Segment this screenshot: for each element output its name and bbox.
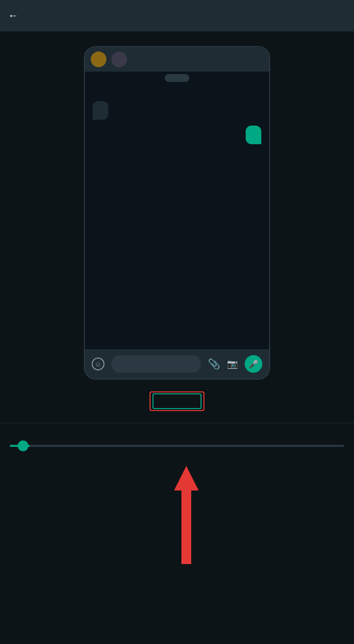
phone-notch <box>165 74 189 82</box>
camera-icon: 📷 <box>227 359 238 369</box>
chat-bubble-sent <box>246 126 261 144</box>
phone-mockup: ☺ 📎 📷 🎤 <box>84 46 270 380</box>
back-button[interactable]: ← <box>8 9 19 22</box>
emoji-icon: ☺ <box>92 358 104 370</box>
phone-bottom-bar: ☺ 📎 📷 🎤 <box>85 349 269 379</box>
phone-input-area <box>111 355 201 373</box>
chat-bubble-received <box>93 101 108 120</box>
avatar-brown <box>91 52 106 67</box>
mic-icon: 🎤 <box>249 360 258 369</box>
red-arrow <box>167 466 206 564</box>
app-bar: ← <box>0 0 354 31</box>
dimming-section <box>0 423 354 447</box>
slider-track[interactable] <box>10 445 344 447</box>
phone-chat-area <box>85 72 269 349</box>
avatar-gray <box>111 52 127 67</box>
change-button-section <box>152 393 202 409</box>
svg-marker-0 <box>174 466 199 490</box>
change-button-wrapper <box>152 393 202 409</box>
attach-icon: 📎 <box>208 358 220 370</box>
slider-thumb[interactable] <box>18 440 28 451</box>
phone-top-bar <box>85 47 269 72</box>
svg-rect-1 <box>181 490 191 564</box>
change-button[interactable] <box>152 393 202 409</box>
mic-button: 🎤 <box>245 355 262 373</box>
